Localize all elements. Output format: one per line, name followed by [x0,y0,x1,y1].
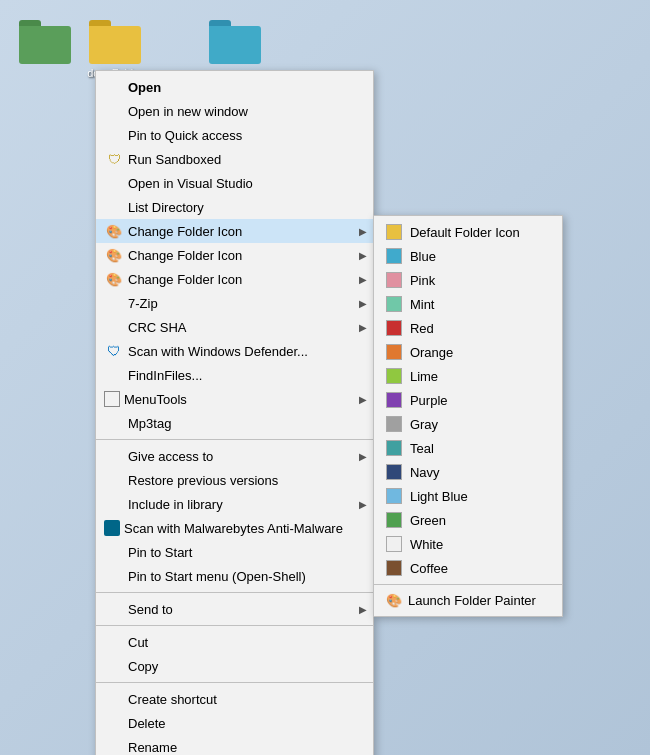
menu-item-open-vs[interactable]: Open in Visual Studio [96,171,373,195]
menu-item-change-folder-icon-2[interactable]: 🎨 Change Folder Icon ▶ [96,243,373,267]
menu-item-scan-malwarebytes[interactable]: Scan with Malwarebytes Anti-Malware [96,516,373,540]
menu-item-pin-start-menu[interactable]: Pin to Start menu (Open-Shell) [96,564,373,588]
menu-item-7zip[interactable]: 7-Zip ▶ [96,291,373,315]
send-to-icon [104,601,124,617]
swatch-green [386,512,402,528]
submenu-blue[interactable]: Blue [374,244,562,268]
swatch-default [386,224,402,240]
crc-sha-label: CRC SHA [128,320,343,335]
submenu-purple[interactable]: Purple [374,388,562,412]
rename-label: Rename [128,740,343,755]
list-icon [104,199,124,215]
submenu-navy[interactable]: Navy [374,460,562,484]
open-new-window-icon [104,103,124,119]
launch-painter-icon: 🎨 [386,593,402,608]
submenu-white[interactable]: White [374,532,562,556]
menu-item-restore-versions[interactable]: Restore previous versions [96,468,373,492]
pin-start-menu-label: Pin to Start menu (Open-Shell) [128,569,343,584]
menu-item-scan-defender[interactable]: 🛡 Scan with Windows Defender... [96,339,373,363]
submenu-orange[interactable]: Orange [374,340,562,364]
separator-3 [96,625,373,626]
pin-start-menu-icon [104,568,124,584]
menu-item-run-sandboxed[interactable]: 🛡 Run Sandboxed [96,147,373,171]
defender-icon: 🛡 [104,343,124,359]
send-to-label: Send to [128,602,343,617]
menu-item-list-directory[interactable]: List Directory [96,195,373,219]
swatch-pink [386,272,402,288]
library-icon [104,496,124,512]
separator-1 [96,439,373,440]
open-vs-label: Open in Visual Studio [128,176,343,191]
submenu-mint[interactable]: Mint [374,292,562,316]
swatch-red [386,320,402,336]
submenu-launch-painter[interactable]: 🎨 Launch Folder Painter [374,589,562,612]
menu-item-copy[interactable]: Copy [96,654,373,678]
submenu-arrow-give-access: ▶ [359,451,367,462]
include-library-label: Include in library [128,497,343,512]
copy-icon [104,658,124,674]
submenu-gray[interactable]: Gray [374,412,562,436]
submenu-navy-label: Navy [410,465,440,480]
delete-label: Delete [128,716,343,731]
7zip-icon [104,295,124,311]
submenu-white-label: White [410,537,443,552]
menu-item-menu-tools[interactable]: MenuTools ▶ [96,387,373,411]
menu-item-send-to[interactable]: Send to ▶ [96,597,373,621]
submenu-arrow-7zip: ▶ [359,298,367,309]
restore-versions-label: Restore previous versions [128,473,343,488]
submenu-lime[interactable]: Lime [374,364,562,388]
menu-item-create-shortcut[interactable]: Create shortcut [96,687,373,711]
submenu-coffee-label: Coffee [410,561,448,576]
submenu-teal[interactable]: Teal [374,436,562,460]
folder-shape-yellow [89,20,141,64]
malware-icon [104,520,120,536]
swatch-lime [386,368,402,384]
delete-icon [104,715,124,731]
submenu-red[interactable]: Red [374,316,562,340]
submenu-arrow-1: ▶ [359,226,367,237]
submenu-green-label: Green [410,513,446,528]
menu-item-mp3tag[interactable]: Mp3tag [96,411,373,435]
menu-item-open-new-window[interactable]: Open in new window [96,99,373,123]
pin-icon [104,127,124,143]
menu-item-include-library[interactable]: Include in library ▶ [96,492,373,516]
desktop-folder-teal[interactable] [200,20,270,67]
launch-painter-label: Launch Folder Painter [408,593,536,608]
submenu-purple-label: Purple [410,393,448,408]
submenu-light-blue-label: Light Blue [410,489,468,504]
menu-item-rename[interactable]: Rename [96,735,373,755]
submenu-light-blue[interactable]: Light Blue [374,484,562,508]
submenu-arrow-3: ▶ [359,274,367,285]
menu-item-give-access[interactable]: Give access to ▶ [96,444,373,468]
swatch-white [386,536,402,552]
painter-icon-2: 🎨 [104,247,124,263]
separator-4 [96,682,373,683]
menu-item-cut[interactable]: Cut [96,630,373,654]
menu-item-crc-sha[interactable]: CRC SHA ▶ [96,315,373,339]
mp3tag-icon [104,415,124,431]
submenu-default-folder[interactable]: Default Folder Icon [374,220,562,244]
create-shortcut-label: Create shortcut [128,692,343,707]
rename-icon [104,739,124,755]
menu-item-open[interactable]: Open [96,75,373,99]
list-directory-label: List Directory [128,200,343,215]
mp3tag-label: Mp3tag [128,416,343,431]
submenu-green[interactable]: Green [374,508,562,532]
submenu-arrow-send-to: ▶ [359,604,367,615]
menu-tools-icon [104,391,120,407]
shield-icon: 🛡 [104,151,124,167]
menu-item-find-in-files[interactable]: FindInFiles... [96,363,373,387]
submenu-divider [374,584,562,585]
menu-item-change-folder-icon-1[interactable]: 🎨 Change Folder Icon ▶ Default Folder Ic… [96,219,373,243]
submenu-red-label: Red [410,321,434,336]
menu-item-pin-start[interactable]: Pin to Start [96,540,373,564]
desktop-folder-green[interactable] [10,20,80,67]
context-menu: Open Open in new window Pin to Quick acc… [95,70,374,755]
submenu-pink[interactable]: Pink [374,268,562,292]
submenu-arrow-2: ▶ [359,250,367,261]
swatch-gray [386,416,402,432]
menu-item-pin-quick-access[interactable]: Pin to Quick access [96,123,373,147]
menu-item-delete[interactable]: Delete [96,711,373,735]
menu-item-change-folder-icon-3[interactable]: 🎨 Change Folder Icon ▶ [96,267,373,291]
submenu-coffee[interactable]: Coffee [374,556,562,580]
